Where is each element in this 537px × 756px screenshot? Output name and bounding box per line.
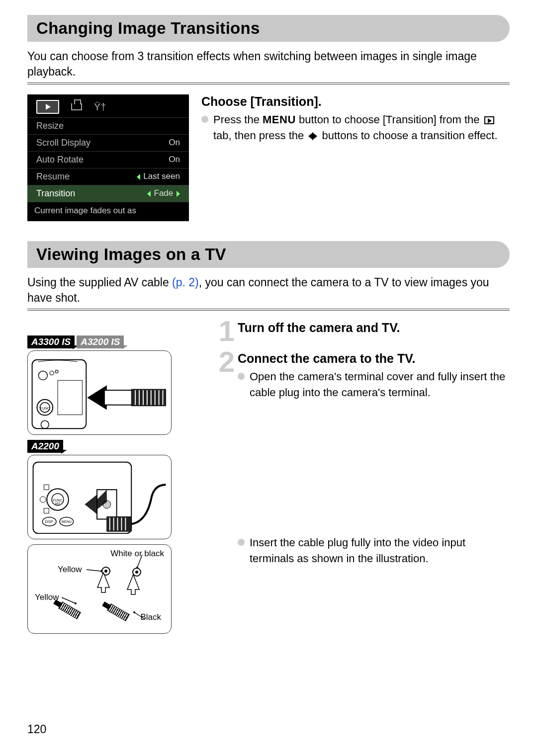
section-title-2: Viewing Images on a TV [27,241,510,268]
divider [27,83,510,84]
settings-tab-icon: Ÿ† [94,99,106,114]
svg-text:SET: SET [55,502,61,505]
menu-item-value: On [169,136,180,150]
menu-item-value: Fade [154,188,174,198]
menu-item-label: Transition [36,187,75,200]
model-badges: A3300 IS A3200 IS [27,336,196,348]
page-number: 120 [27,723,46,736]
svg-point-46 [75,602,77,604]
svg-line-41 [87,570,100,571]
camera-menu-screenshot: Ÿ† Resize Scroll Display On Auto Rotate … [27,94,189,221]
svg-text:MENU: MENU [62,520,72,523]
left-right-arrows-icon [308,131,317,144]
menu-tabs: Ÿ† [27,99,189,117]
tv-insert-bullet-text: Insert the cable plug fully into the vid… [250,535,510,567]
menu-item-resize: Resize [27,117,189,134]
section1-intro: You can choose from 3 transition effects… [27,49,510,80]
svg-rect-11 [131,389,166,406]
step-instruction-text: Press the MENU button to choose [Transit… [213,112,510,144]
menu-item-label: Resume [36,170,70,183]
svg-text:DISP.: DISP. [45,520,54,523]
menu-item-autorotate: Auto Rotate On [27,151,189,168]
menu-item-value: Last seen [143,171,180,181]
menu-item-label: Resize [36,119,64,133]
menu-item-scroll: Scroll Display On [27,134,189,151]
svg-rect-34 [107,516,131,531]
step2-bullet-text: Open the camera's terminal cover and ful… [250,369,510,401]
playback-tab-icon [36,100,59,114]
menu-item-value: On [169,153,180,167]
model-badge-a2200: A2200 [27,440,63,453]
step-title-choose-transition: Choose [Transition]. [201,94,510,109]
svg-point-44 [136,567,138,569]
menu-item-label: Scroll Display [36,136,90,150]
svg-point-48 [133,611,135,613]
print-tab-icon [71,103,82,110]
left-arrow-icon [137,174,140,180]
page-ref-link[interactable]: (p. 2) [172,276,199,289]
svg-marker-50 [127,575,139,594]
illustration-a2200-connect: FUNC SET DISP. MENU [27,455,172,539]
menu-item-label: Auto Rotate [36,153,84,167]
svg-line-43 [137,555,142,568]
bullet-icon [238,373,245,380]
svg-rect-8 [58,380,82,415]
step-number-2: 2 [214,350,235,407]
svg-marker-49 [97,573,109,592]
left-arrow-icon [147,191,151,197]
step2-title: Connect the camera to the TV. [238,351,510,366]
menu-word: MENU [263,113,296,126]
right-arrow-icon [177,191,180,197]
step1-title: Turn off the camera and TV. [238,321,510,335]
section-title-1: Changing Image Transitions [27,15,510,42]
menu-item-resume: Resume Last seen [27,168,189,185]
model-badge-a3300: A3300 IS [27,336,75,348]
divider [27,309,510,311]
bullet-icon [238,539,245,546]
svg-rect-10 [104,390,134,405]
svg-line-47 [134,612,145,619]
section2-intro: Using the supplied AV cable (p. 2), you … [27,275,510,306]
svg-text:FUNC: FUNC [53,499,62,502]
svg-point-42 [100,570,102,572]
bullet-icon [201,116,208,123]
step-number-1: 1 [214,320,235,342]
menu-footer-text: Current image fades out as [27,202,189,217]
menu-item-transition: Transition Fade [27,185,189,202]
illustration-tv-terminals: White or black Yellow Yellow Black [27,544,172,634]
illustration-a3300-a3200-connect: FUNC [27,350,172,435]
model-badge-a3200: A3200 IS [77,336,124,348]
playback-tab-inline-icon [484,116,494,124]
svg-text:FUNC: FUNC [40,406,50,410]
